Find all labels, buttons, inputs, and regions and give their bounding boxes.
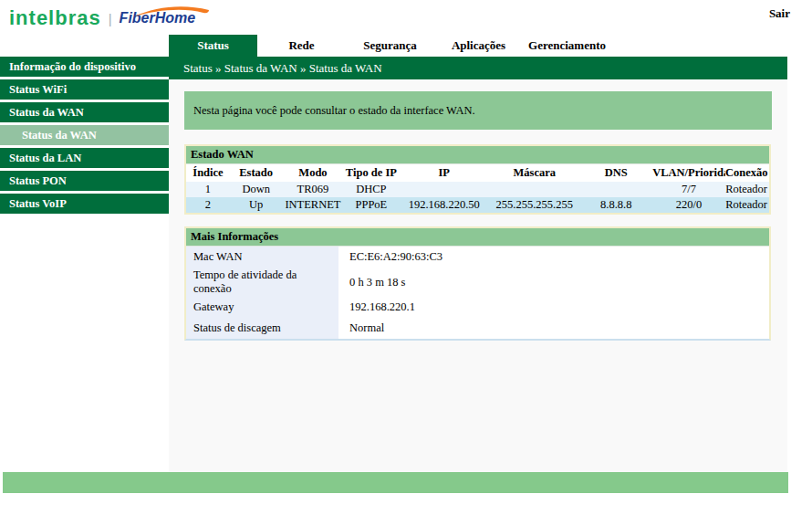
table-row: 1DownTR069DHCP7/7Roteador bbox=[186, 182, 769, 197]
info-row-value: Normal bbox=[338, 318, 769, 339]
cell: 1 bbox=[186, 182, 230, 197]
column-header-vlan-prioridade: VLAN/Prioridade bbox=[652, 164, 725, 182]
cell: 8.8.8.8 bbox=[579, 197, 652, 213]
footer-bar bbox=[3, 472, 788, 493]
cell: 192.168.220.50 bbox=[399, 197, 489, 213]
logo: intelbras | FiberHome bbox=[9, 8, 195, 28]
wan-status-table: ÍndiceEstadoModoTipo de IPIPMáscaraDNSVL… bbox=[186, 164, 769, 213]
cell: PPPoE bbox=[344, 197, 400, 213]
cell: Down bbox=[230, 182, 283, 197]
sidebar-nav: Informação do dispositivoStatus WiFiStat… bbox=[0, 57, 169, 216]
sidebar-item-status-da-lan[interactable]: Status da LAN bbox=[0, 148, 169, 168]
info-row-label: Tempo de atividade da conexão bbox=[186, 268, 338, 297]
cell: 2 bbox=[186, 197, 230, 213]
sidebar-item-informacao-do-dispositivo[interactable]: Informação do dispositivo bbox=[0, 57, 169, 77]
table-row: 2UpINTERNETPPPoE192.168.220.50255.255.25… bbox=[186, 197, 769, 213]
info-row: Tempo de atividade da conexão0 h 3 m 18 … bbox=[186, 268, 769, 297]
tab-status[interactable]: Status bbox=[169, 35, 257, 57]
info-message-text: Nesta página você pode consultar o estad… bbox=[193, 104, 475, 118]
breadcrumb: Status » Status da WAN » Status da WAN bbox=[169, 57, 787, 79]
info-row-value: 192.168.220.1 bbox=[338, 297, 769, 318]
sidebar-subitem-status-da-wan[interactable]: Status da WAN bbox=[0, 125, 169, 145]
tab-gerenciamento[interactable]: Gerenciamento bbox=[523, 35, 611, 57]
logout-link[interactable]: Sair bbox=[769, 6, 790, 21]
wan-table-title: Estado WAN bbox=[186, 146, 769, 164]
cell: TR069 bbox=[282, 182, 343, 197]
fiberhome-logo-text: FiberHome bbox=[120, 10, 196, 26]
main-nav-tabs: StatusRedeSegurançaAplicaçõesGerenciamen… bbox=[169, 35, 611, 57]
info-row-value: EC:E6:A2:90:63:C3 bbox=[338, 247, 769, 268]
top-header: intelbras | FiberHome Sair bbox=[0, 0, 812, 35]
more-info-section: Mais Informações Mac WANEC:E6:A2:90:63:C… bbox=[184, 226, 771, 341]
column-header-indice: Índice bbox=[186, 164, 230, 182]
column-header-conexao: Conexão bbox=[725, 164, 769, 182]
info-row-value: 0 h 3 m 18 s bbox=[338, 268, 769, 297]
cell: 220/0 bbox=[652, 197, 725, 213]
cell bbox=[489, 182, 579, 197]
intelbras-logo: intelbras bbox=[9, 8, 101, 28]
info-row-label: Status de discagem bbox=[186, 318, 338, 339]
tab-seguranca[interactable]: Segurança bbox=[346, 35, 434, 57]
column-header-tipo-de-ip: Tipo de IP bbox=[344, 164, 400, 182]
column-header-estado: Estado bbox=[230, 164, 283, 182]
more-info-table: Mac WANEC:E6:A2:90:63:C3Tempo de ativida… bbox=[186, 247, 769, 339]
cell: Up bbox=[230, 197, 283, 213]
info-row-label: Mac WAN bbox=[186, 247, 338, 268]
column-header-dns: DNS bbox=[579, 164, 652, 182]
column-header-modo: Modo bbox=[282, 164, 343, 182]
tab-aplicacoes[interactable]: Aplicações bbox=[434, 35, 523, 57]
wan-table-header-row: ÍndiceEstadoModoTipo de IPIPMáscaraDNSVL… bbox=[186, 164, 769, 182]
cell bbox=[399, 182, 489, 197]
sidebar-item-status-wifi[interactable]: Status WiFi bbox=[0, 79, 169, 100]
info-row: Gateway192.168.220.1 bbox=[186, 297, 769, 318]
cell: 255.255.255.255 bbox=[489, 197, 579, 213]
logo-separator: | bbox=[109, 11, 112, 26]
sidebar-item-status-da-wan[interactable]: Status da WAN bbox=[0, 102, 169, 122]
sidebar-item-status-pon[interactable]: Status PON bbox=[0, 171, 169, 191]
content-area: Nesta página você pode consultar o estad… bbox=[169, 79, 787, 472]
info-row: Status de discagemNormal bbox=[186, 318, 769, 339]
cell: DHCP bbox=[344, 182, 400, 197]
sidebar-item-status-voip[interactable]: Status VoIP bbox=[0, 194, 169, 214]
info-message-box: Nesta página você pode consultar o estad… bbox=[184, 91, 772, 130]
cell: INTERNET bbox=[282, 197, 343, 213]
more-info-title: Mais Informações bbox=[186, 228, 769, 247]
cell: Roteador bbox=[725, 197, 769, 213]
cell bbox=[579, 182, 652, 197]
info-row-label: Gateway bbox=[186, 297, 338, 318]
info-row: Mac WANEC:E6:A2:90:63:C3 bbox=[186, 247, 769, 268]
fiberhome-logo: FiberHome bbox=[120, 10, 196, 26]
cell: Roteador bbox=[725, 182, 769, 197]
cell: 7/7 bbox=[652, 182, 725, 197]
column-header-ip: IP bbox=[399, 164, 489, 182]
column-header-mascara: Máscara bbox=[489, 164, 579, 182]
wan-status-section: Estado WAN ÍndiceEstadoModoTipo de IPIPM… bbox=[184, 144, 771, 215]
tab-rede[interactable]: Rede bbox=[257, 35, 346, 57]
